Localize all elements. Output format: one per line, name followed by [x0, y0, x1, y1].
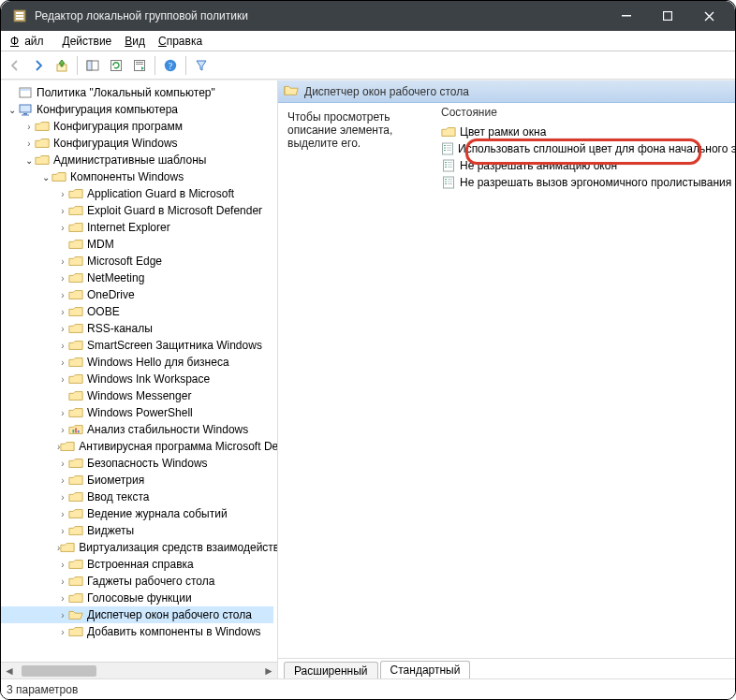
tree-node[interactable]: ⌄Конфигурация компьютера — [1, 101, 273, 118]
chevron-down-icon[interactable]: ⌄ — [23, 155, 35, 166]
tree-node[interactable]: ›Диспетчер окон рабочего стола — [1, 606, 273, 623]
chevron-right-icon[interactable]: › — [57, 206, 68, 216]
list-column-header[interactable]: Состояние — [437, 103, 735, 122]
chevron-right-icon[interactable]: › — [57, 492, 68, 503]
svg-rect-25 — [447, 145, 451, 146]
tree-node[interactable]: ›Политика "Локальный компьютер" — [1, 84, 273, 101]
tree-node[interactable]: ›Гаджеты рабочего стола — [1, 573, 273, 590]
titlebar: Редактор локальной групповой политики — [1, 1, 735, 31]
setting-item[interactable]: Цвет рамки окна — [437, 124, 735, 140]
tree-node[interactable]: ›OneDrive — [1, 286, 273, 303]
chevron-right-icon[interactable]: › — [57, 223, 68, 233]
chevron-right-icon[interactable]: › — [57, 189, 68, 199]
tree-node[interactable]: ›Ввод текста — [1, 489, 273, 505]
tab-standard[interactable]: Стандартный — [380, 661, 471, 678]
maximize-button[interactable] — [647, 1, 688, 31]
filter-button[interactable] — [191, 55, 212, 76]
nav-back-button[interactable] — [5, 55, 25, 76]
tree-node[interactable]: ›Конфигурация программ — [1, 118, 273, 135]
svg-rect-42 — [445, 183, 447, 184]
tree-node[interactable]: ›OOBE — [1, 303, 273, 320]
help-button[interactable]: ? — [160, 55, 181, 76]
tree-node[interactable]: ›Windows PowerShell — [1, 404, 273, 421]
setting-item[interactable]: Использовать сплошной цвет для фона нача… — [437, 140, 735, 157]
chevron-right-icon[interactable]: › — [57, 374, 68, 385]
tree-node[interactable]: ›Анализ стабильности Windows — [1, 421, 273, 438]
refresh-button[interactable] — [106, 55, 126, 76]
policy-tree[interactable]: ›Политика "Локальный компьютер"⌄Конфигур… — [1, 84, 277, 661]
tree-node[interactable]: ⌄Административные шаблоны — [1, 152, 273, 168]
tree-node[interactable]: ›Биометрия — [1, 472, 273, 489]
tree-node[interactable]: ›Windows Hello для бизнеса — [1, 354, 273, 371]
chevron-right-icon[interactable]: › — [57, 324, 68, 334]
chevron-right-icon[interactable]: › — [23, 122, 35, 132]
chevron-right-icon[interactable]: › — [57, 273, 68, 284]
menu-action[interactable]: Действие — [57, 33, 118, 50]
tree-node[interactable]: ›RSS-каналы — [1, 320, 273, 337]
setting-item[interactable]: Не разрешать анимацию окон — [437, 157, 735, 174]
nav-forward-button[interactable] — [28, 55, 49, 76]
tree-node[interactable]: ›Ведение журнала событий — [1, 505, 273, 522]
tree-node[interactable]: ›SmartScreen Защитника Windows — [1, 337, 273, 354]
setting-item[interactable]: Не разрешать вызов эргономичного пролист… — [437, 174, 735, 191]
tree-node[interactable]: ›Windows Messenger — [1, 387, 273, 404]
close-button[interactable] — [688, 1, 729, 31]
show-hide-button[interactable] — [82, 55, 103, 76]
tree-node-label: Windows Hello для бизнеса — [87, 356, 229, 369]
menu-help[interactable]: Справка — [153, 33, 208, 50]
tree-node[interactable]: ›Голосовые функции — [1, 590, 273, 606]
minimize-button[interactable] — [606, 1, 647, 31]
chevron-right-icon[interactable]: › — [57, 290, 68, 300]
tree-node[interactable]: ›Application Guard в Microsoft — [1, 185, 273, 202]
tree-node[interactable]: ›Добавить компоненты в Windows — [1, 623, 273, 640]
chevron-right-icon[interactable]: › — [57, 357, 68, 368]
tab-extended[interactable]: Расширенный — [284, 662, 378, 678]
menu-file[interactable]: Файл — [5, 33, 55, 50]
tree-node[interactable]: ›Microsoft Edge — [1, 253, 273, 270]
chevron-right-icon[interactable]: › — [57, 593, 68, 604]
settings-list[interactable]: Цвет рамки окнаИспользовать сплошной цве… — [437, 122, 735, 658]
chevron-right-icon[interactable]: › — [57, 425, 68, 435]
chevron-right-icon[interactable]: › — [57, 475, 68, 486]
tree-node[interactable]: ›Exploit Guard в Microsoft Defender — [1, 202, 273, 219]
tree-node[interactable]: ›Виртуализация средств взаимодействия — [1, 539, 273, 556]
tree-node[interactable]: ›Виджеты — [1, 522, 273, 539]
chevron-right-icon[interactable]: › — [57, 576, 68, 587]
tree-node[interactable]: ›Безопасность Windows — [1, 455, 273, 472]
tree-node[interactable]: ›NetMeeting — [1, 270, 273, 286]
chevron-right-icon[interactable]: › — [57, 509, 68, 519]
nav-up-button[interactable] — [52, 55, 72, 76]
folder-icon — [68, 406, 83, 419]
chevron-right-icon[interactable]: › — [57, 610, 68, 620]
scroll-right-icon[interactable]: ► — [260, 663, 277, 678]
toolbar-separator — [155, 56, 155, 75]
chevron-right-icon[interactable]: › — [57, 560, 68, 570]
chevron-right-icon[interactable]: › — [57, 459, 68, 469]
chevron-right-icon[interactable]: › — [57, 526, 68, 536]
svg-rect-33 — [445, 165, 447, 166]
chevron-right-icon[interactable]: › — [57, 408, 68, 418]
scroll-left-icon[interactable]: ◄ — [1, 663, 18, 678]
tree-node[interactable]: ›Встроенная справка — [1, 556, 273, 573]
tree-node[interactable]: ›Windows Ink Workspace — [1, 371, 273, 387]
chevron-down-icon[interactable]: ⌄ — [7, 105, 18, 115]
chevron-right-icon[interactable]: › — [57, 341, 68, 351]
tree-node-label: SmartScreen Защитника Windows — [87, 339, 262, 352]
tree-node[interactable]: ›Internet Explorer — [1, 219, 273, 236]
folder-icon — [35, 153, 50, 167]
scroll-thumb[interactable] — [22, 665, 96, 677]
toolbar-separator — [77, 56, 78, 75]
chevron-right-icon[interactable]: › — [57, 256, 68, 267]
chevron-right-icon[interactable]: › — [57, 307, 68, 317]
tree-node[interactable]: ›Конфигурация Windows — [1, 135, 273, 152]
chevron-right-icon[interactable]: › — [57, 627, 68, 637]
export-button[interactable] — [129, 55, 150, 76]
menu-view[interactable]: Вид — [119, 33, 151, 50]
tree-pane[interactable]: ›Политика "Локальный компьютер"⌄Конфигур… — [1, 80, 278, 678]
tree-node[interactable]: ›Антивирусная программа Microsoft Defend… — [1, 438, 273, 455]
tree-horizontal-scrollbar[interactable]: ◄ ► — [1, 662, 277, 678]
tree-node[interactable]: ⌄Компоненты Windows — [1, 168, 273, 185]
chevron-down-icon[interactable]: ⌄ — [40, 172, 52, 182]
chevron-right-icon[interactable]: › — [23, 139, 35, 149]
tree-node[interactable]: ›MDM — [1, 236, 273, 253]
